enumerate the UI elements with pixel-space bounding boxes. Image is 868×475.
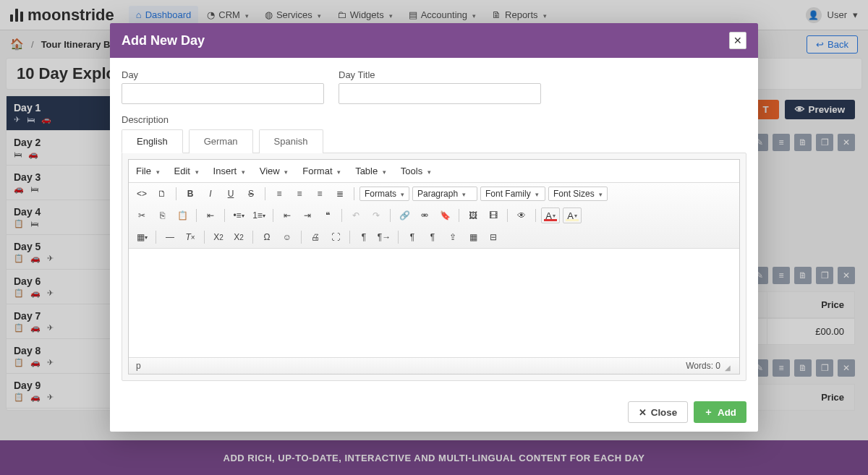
align-right-icon[interactable]: ≡ xyxy=(311,186,328,202)
underline-icon[interactable]: U xyxy=(222,186,239,202)
status-words-count: 0 xyxy=(715,361,720,371)
modal-footer: ✕ Close ＋ Add xyxy=(110,393,758,432)
resize-handle-icon[interactable]: ◢ xyxy=(725,364,732,371)
italic-icon[interactable]: I xyxy=(202,186,219,202)
code-sample-icon[interactable]: ▦ xyxy=(464,229,482,245)
copy-icon[interactable]: ⎘ xyxy=(153,207,171,223)
undo-icon[interactable]: ↶ xyxy=(347,207,365,223)
indent-left-icon[interactable]: ⇤ xyxy=(278,207,296,223)
formats-select[interactable]: Formats xyxy=(359,187,409,201)
number-list-icon[interactable]: 1≡▾ xyxy=(250,207,268,223)
special-char-icon[interactable]: Ω xyxy=(258,229,276,245)
outdent-icon[interactable]: ⇤ xyxy=(202,207,219,223)
editor-statusbar: p Words: 0 ◢ xyxy=(129,357,739,374)
unlink-icon[interactable]: ⚮ xyxy=(416,207,433,223)
visual-blocks-icon[interactable]: ¶ xyxy=(404,229,421,245)
day-input[interactable] xyxy=(122,83,324,104)
modal-title: Add New Day xyxy=(122,33,205,48)
menu-format[interactable]: Format xyxy=(302,166,341,176)
editor-toolbars: <> 🗋 B I U S ≡ ≡ ≡ ≣ Formats xyxy=(129,183,739,249)
cut-icon[interactable]: ✂ xyxy=(133,207,150,223)
plus-icon: ＋ xyxy=(704,406,713,419)
status-words-label: Words: xyxy=(686,361,713,371)
bullet-list-icon[interactable]: •≡▾ xyxy=(230,207,247,223)
add-day-modal: Add New Day ✕ Day Day Title Description … xyxy=(110,23,758,432)
menu-insert[interactable]: Insert xyxy=(213,166,245,176)
toolbar-row-3: ▦▾ — T× X2 X2 Ω ☺ 🖨 ⛶ ¶ xyxy=(129,226,739,248)
bold-icon[interactable]: B xyxy=(182,186,199,202)
blockquote-icon[interactable]: ❝ xyxy=(319,207,336,223)
toolbar-row-1: <> 🗋 B I U S ≡ ≡ ≡ ≣ Formats xyxy=(129,183,739,205)
lang-tab-german[interactable]: German xyxy=(189,129,253,153)
day-field-label: Day xyxy=(122,69,324,80)
menu-file[interactable]: File xyxy=(136,166,160,176)
indent-right-icon[interactable]: ⇥ xyxy=(299,207,316,223)
day-title-input[interactable] xyxy=(339,83,541,104)
lang-tab-english[interactable]: English xyxy=(122,129,183,153)
media-icon[interactable]: 🎞 xyxy=(485,207,502,223)
status-path[interactable]: p xyxy=(136,361,141,371)
upload-icon[interactable]: ⇪ xyxy=(444,229,461,245)
paragraph-select[interactable]: Paragraph xyxy=(412,187,477,201)
superscript-icon[interactable]: X2 xyxy=(230,229,247,245)
subscript-icon[interactable]: X2 xyxy=(210,229,227,245)
font-family-select[interactable]: Font Family xyxy=(480,187,545,201)
link-icon[interactable]: 🔗 xyxy=(396,207,413,223)
redo-icon[interactable]: ↷ xyxy=(367,207,385,223)
language-tabs: English German Spanish xyxy=(122,129,746,153)
clear-format-icon[interactable]: T× xyxy=(182,229,199,245)
button-label: Add xyxy=(718,407,736,418)
table-icon[interactable]: ▦▾ xyxy=(133,229,150,245)
paste-icon[interactable]: 📋 xyxy=(174,207,191,223)
page-break-icon[interactable]: ⊟ xyxy=(485,229,502,245)
new-doc-icon[interactable]: 🗋 xyxy=(153,186,171,202)
visual-chars-icon[interactable]: ¶ xyxy=(424,229,441,245)
ltr-icon[interactable]: ¶ xyxy=(355,229,373,245)
editor-menubar: File Edit Insert View Format Table Tools xyxy=(129,160,739,183)
text-color-icon[interactable]: A▾ xyxy=(541,207,560,223)
add-button[interactable]: ＋ Add xyxy=(694,401,746,423)
button-label: Close xyxy=(651,407,677,418)
day-title-field-label: Day Title xyxy=(339,69,541,80)
fullscreen-icon[interactable]: ⛶ xyxy=(327,229,344,245)
rich-text-editor: File Edit Insert View Format Table Tools… xyxy=(122,153,746,381)
modal-header: Add New Day ✕ xyxy=(110,23,758,58)
hr-icon[interactable]: — xyxy=(161,229,179,245)
lang-tab-spanish[interactable]: Spanish xyxy=(259,129,323,153)
editor-textarea[interactable] xyxy=(129,249,739,357)
anchor-icon[interactable]: 🔖 xyxy=(436,207,454,223)
source-code-icon[interactable]: <> xyxy=(133,186,150,202)
align-left-icon[interactable]: ≡ xyxy=(271,186,288,202)
image-icon[interactable]: 🖼 xyxy=(464,207,482,223)
preview-eye-icon[interactable]: 👁 xyxy=(513,207,530,223)
rtl-icon[interactable]: ¶→ xyxy=(375,229,393,245)
menu-edit[interactable]: Edit xyxy=(174,166,199,176)
modal-close-button[interactable]: ✕ xyxy=(729,32,746,49)
modal-body: Day Day Title Description English German… xyxy=(110,58,758,393)
close-icon: ✕ xyxy=(639,407,647,418)
strike-icon[interactable]: S xyxy=(242,186,260,202)
font-sizes-select[interactable]: Font Sizes xyxy=(548,187,608,201)
menu-view[interactable]: View xyxy=(260,166,289,176)
description-label: Description xyxy=(122,114,746,125)
menu-tools[interactable]: Tools xyxy=(401,166,431,176)
align-justify-icon[interactable]: ≣ xyxy=(331,186,349,202)
print-icon[interactable]: 🖨 xyxy=(307,229,324,245)
close-button[interactable]: ✕ Close xyxy=(628,401,688,423)
align-center-icon[interactable]: ≡ xyxy=(291,186,308,202)
menu-table[interactable]: Table xyxy=(355,166,386,176)
toolbar-row-2: ✂ ⎘ 📋 ⇤ •≡▾ 1≡▾ ⇤ ⇥ ❝ ↶ ↷ xyxy=(129,205,739,226)
emoji-icon[interactable]: ☺ xyxy=(278,229,296,245)
bg-color-icon[interactable]: A▾ xyxy=(563,207,582,223)
